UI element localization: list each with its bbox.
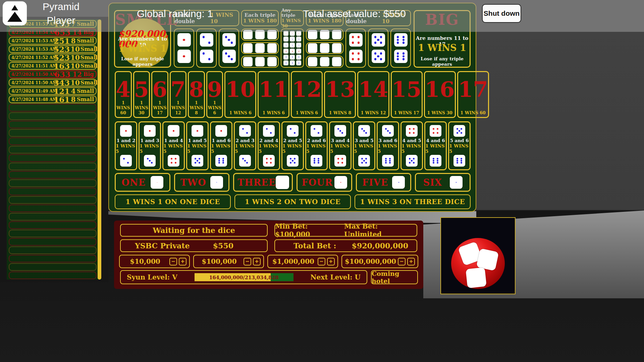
die-6-icon <box>453 155 465 167</box>
combo-bet-5-6[interactable]: 5 and 61 WINS 5 <box>448 121 471 170</box>
combo-bet-3-5[interactable]: 3 and 51 WINS 5 <box>353 121 375 170</box>
single-bet-4[interactable]: FOUR <box>297 173 352 192</box>
number-bet-11[interactable]: 111 WINS 6 <box>258 71 289 118</box>
double-bet-3[interactable] <box>219 28 239 68</box>
double-bet-5[interactable] <box>368 28 388 68</box>
control-panel: Waiting for the dice Min Bet: $100,000 M… <box>114 221 423 289</box>
combo-bet-1-4[interactable]: 1 and 41 WINS 5 <box>162 121 185 170</box>
double-bet-2[interactable] <box>196 28 217 68</box>
big-lose-text: Lose if any triple appears <box>415 56 470 67</box>
history-size: Small <box>77 96 94 103</box>
die-6-icon <box>290 60 295 65</box>
number-bet-12[interactable]: 121 WINS 6 <box>291 71 323 118</box>
die-4-icon <box>349 50 363 63</box>
shutdown-button[interactable]: Shut down <box>482 4 521 23</box>
level-progress-bar: 164,000,000/213,034,828 <box>195 273 293 281</box>
two-dice-combos-row: 1 and 21 WINS 51 and 31 WINS 51 and 41 W… <box>115 121 471 170</box>
bet-decrease-button[interactable]: − <box>169 258 177 265</box>
number-payout: 1 WINS 60 <box>116 100 131 115</box>
bet-decrease-button[interactable]: − <box>318 258 325 265</box>
single-dice-row: ONETWOTHREEFOURFIVESIX <box>115 173 471 192</box>
number-bet-17[interactable]: 171 WINS 60 <box>457 71 489 118</box>
die-5-icon <box>283 55 288 60</box>
history-total: 10 <box>70 79 80 86</box>
chip-denomination-1[interactable]: $100,000−+ <box>193 255 264 268</box>
double-bet-1[interactable] <box>174 28 194 68</box>
number-bet-7[interactable]: 71 WINS 12 <box>170 71 187 118</box>
combo-label: 5 and 6 <box>450 138 469 143</box>
die-6-icon <box>394 33 408 47</box>
bet-increase-button[interactable]: + <box>179 258 186 265</box>
number-bet-14[interactable]: 141 WINS 12 <box>357 71 389 118</box>
bet-increase-button[interactable]: + <box>407 258 415 265</box>
bet-increase-button[interactable]: + <box>253 258 261 265</box>
number-label: 5 <box>134 75 149 103</box>
chip-denomination-0[interactable]: $10,000−+ <box>119 255 190 268</box>
triple-bet-6[interactable] <box>306 56 343 68</box>
any-triple-bet-area[interactable] <box>281 28 304 68</box>
combo-bet-2-4[interactable]: 2 and 41 WINS 5 <box>258 121 280 170</box>
history-time: 4/27/2024 11:49 AM <box>11 89 53 94</box>
combo-bet-1-3[interactable]: 1 and 31 WINS 5 <box>139 121 161 170</box>
double-bet-4[interactable] <box>345 28 366 68</box>
history-row: 4/27/2024 11:49 AM1214Small <box>9 87 97 95</box>
number-bet-15[interactable]: 151 WINS 17 <box>391 71 423 118</box>
number-bet-10[interactable]: 101 WINS 6 <box>224 71 256 118</box>
die-1-icon <box>215 125 227 137</box>
coming-hotel-button[interactable]: Coming hotel <box>371 270 418 284</box>
combo-bet-4-5[interactable]: 4 and 51 WINS 5 <box>400 121 423 170</box>
single-bet-5[interactable]: FIVE <box>356 173 412 192</box>
die-2-icon <box>120 155 132 167</box>
number-bet-16[interactable]: 161 WINS 30 <box>424 71 456 118</box>
bet-decrease-button[interactable]: − <box>244 258 251 265</box>
combo-bet-4-6[interactable]: 4 and 61 WINS 5 <box>424 121 447 170</box>
history-scrollbar[interactable] <box>98 19 101 280</box>
combo-bet-2-5[interactable]: 2 and 51 WINS 5 <box>281 121 304 170</box>
combo-bet-3-4[interactable]: 3 and 41 WINS 5 <box>329 121 352 170</box>
combo-payout: 1 WINS 5 <box>259 143 279 154</box>
history-list: 4/27/2024 11:55 AM1337Small4/27/2024 11:… <box>7 20 101 279</box>
die-5-icon <box>332 43 341 53</box>
bet-decrease-button[interactable]: − <box>398 258 406 265</box>
combo-bet-1-6[interactable]: 1 and 61 WINS 5 <box>210 121 232 170</box>
single-bet-1[interactable]: ONE <box>115 173 170 192</box>
history-row: 4/27/2024 11:51 AM16310Small <box>9 62 97 70</box>
double-bet-6[interactable] <box>390 28 411 68</box>
die-2-icon <box>243 43 253 53</box>
coming-hotel-label: Coming hotel <box>372 270 417 285</box>
combo-bet-1-2[interactable]: 1 and 21 WINS 5 <box>115 121 137 170</box>
combo-payout: 1 WINS 5 <box>211 143 231 154</box>
number-bet-9[interactable]: 91 WINS 6 <box>206 71 223 118</box>
single-bet-3[interactable]: THREE <box>233 173 293 192</box>
die-3-icon <box>296 43 301 48</box>
number-bet-4[interactable]: 41 WINS 60 <box>115 71 132 118</box>
triple-bet-2[interactable] <box>241 42 279 54</box>
triple-bet-5[interactable] <box>306 42 343 54</box>
bet-increase-button[interactable]: + <box>327 258 335 265</box>
pyramid-logo-icon[interactable] <box>3 1 27 25</box>
combo-bet-1-5[interactable]: 1 and 51 WINS 5 <box>186 121 209 170</box>
number-payout: 1 WINS 8 <box>325 110 355 115</box>
history-dice: 523 <box>54 54 70 61</box>
combo-bet-2-6[interactable]: 2 and 61 WINS 5 <box>305 121 328 170</box>
dice-payout-info-row: 1 WINS 1 ON ONE DICE1 WINS 2 ON TWO DICE… <box>115 194 471 209</box>
number-bet-6[interactable]: 61 WINS 17 <box>151 71 168 118</box>
chip-denomination-2[interactable]: $1,000,000−+ <box>267 255 338 268</box>
combo-label: 3 and 5 <box>355 138 373 143</box>
single-label: THREE <box>237 177 276 188</box>
history-row-empty <box>9 263 97 271</box>
combo-bet-2-3[interactable]: 2 and 31 WINS 5 <box>234 121 256 170</box>
single-bet-6[interactable]: SIX <box>415 173 471 192</box>
die-3-icon <box>358 125 370 137</box>
number-bet-8[interactable]: 81 WINS 8 <box>188 71 205 118</box>
triple-bet-3[interactable] <box>241 56 279 68</box>
single-bet-2[interactable]: TWO <box>174 173 230 192</box>
global-ranking: Global ranking: 1 <box>137 8 213 19</box>
combo-label: 2 and 6 <box>307 138 326 143</box>
combo-bet-3-6[interactable]: 3 and 61 WINS 5 <box>377 121 399 170</box>
number-bet-13[interactable]: 131 WINS 8 <box>324 71 356 118</box>
chip-denomination-3[interactable]: $100,000,000−+ <box>341 255 418 268</box>
number-bet-5[interactable]: 51 WINS 30 <box>133 71 150 118</box>
any-triple-row-4 <box>283 49 301 54</box>
number-label: 6 <box>152 75 167 103</box>
